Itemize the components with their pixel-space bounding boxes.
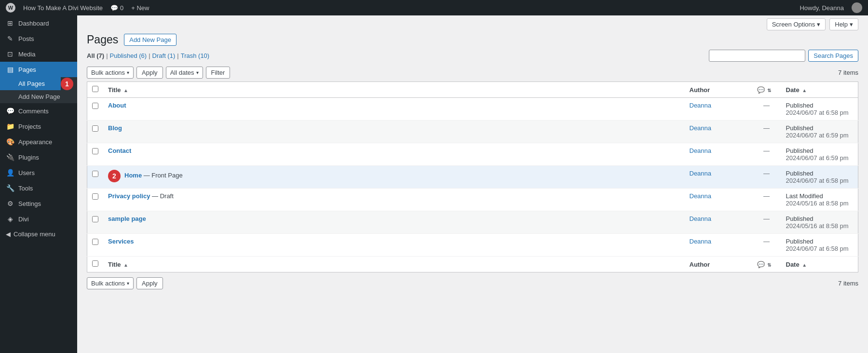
date-value: 2024/05/16 at 8:58 pm [786,222,854,230]
items-count-top: 7 items [838,69,858,76]
new-link[interactable]: + New [131,4,149,12]
bulk-chevron-bottom: ▾ [127,281,129,286]
page-title-link-4[interactable]: Home [124,172,142,179]
page-title-link-2[interactable]: Blog [108,124,122,132]
comments-link[interactable]: 💬 0 [110,4,123,12]
row-checkbox-7[interactable] [92,239,98,245]
select-all-checkbox-top[interactable] [92,86,98,92]
page-title-link-3[interactable]: Contact [108,147,131,154]
sidebar-item-tools[interactable]: 🔧 Tools [0,180,77,196]
search-area: Search Pages [709,50,858,62]
row-checkbox-4[interactable] [92,171,98,177]
author-link-7[interactable]: Deanna [690,238,712,245]
tf-title[interactable]: Title ▲ [103,257,685,272]
filter-published[interactable]: Published (6) [110,52,147,59]
row-comments-cell: — [752,121,781,143]
howdy-text: Howdy, Deanna [800,4,844,12]
sidebar-label-settings: Settings [18,200,41,207]
tf-comments-sort-icon: ⇅ [767,262,771,268]
author-link-5[interactable]: Deanna [690,192,712,200]
row-comments-cell: — [752,189,781,211]
row-date-cell: Published2024/05/16 at 8:58 pm [781,211,858,234]
row-checkbox-cell [87,211,104,234]
screen-options-button[interactable]: Screen Options ▾ [767,18,826,30]
step-badge-1: 1 [61,78,73,90]
row-date-cell: Published2024/06/07 at 6:58 pm [781,166,858,189]
row-comments-cell: — [752,211,781,234]
th-date[interactable]: Date ▲ [781,82,858,98]
row-title-cell: Privacy policy — Draft [103,189,685,211]
sidebar-item-divi[interactable]: ◈ Divi [0,211,77,227]
sidebar-item-media[interactable]: ⊡ Media [0,46,77,62]
avatar[interactable] [852,2,862,13]
filter-all[interactable]: All (7) [87,52,104,59]
all-dates-select[interactable]: All dates ▾ [166,67,203,79]
filter-trash[interactable]: Trash (10) [181,52,210,59]
sidebar-item-pages[interactable]: ▤ Pages [0,62,77,77]
date-value: 2024/06/07 at 6:58 pm [786,245,854,252]
row-comments-cell: — [752,234,781,257]
row-checkbox-1[interactable] [92,103,98,109]
sidebar-sub-add-new-page[interactable]: Add New Page [0,90,77,103]
apply-button-top[interactable]: Apply [136,67,163,79]
page-title-link-6[interactable]: sample page [108,215,146,222]
tf-comments[interactable]: 💬 ⇅ [752,257,781,272]
author-link-4[interactable]: Deanna [690,170,712,177]
add-new-page-button[interactable]: Add New Page [124,34,176,46]
pages-table: Title ▲ Author 💬 ⇅ Date ▲ AboutDeanna—Pu… [87,81,858,272]
search-input[interactable] [709,50,805,62]
bulk-actions-select-bottom[interactable]: Bulk actions ▾ [87,277,134,289]
sidebar-label-appearance: Appearance [18,138,52,146]
tf-date[interactable]: Date ▲ [781,257,858,272]
collapse-icon: ◀ [6,231,11,238]
collapse-menu[interactable]: ◀ Collapse menu [0,227,77,242]
row-checkbox-cell [87,166,104,189]
author-link-2[interactable]: Deanna [690,124,712,132]
sidebar-item-dashboard[interactable]: ⊞ Dashboard [0,15,77,31]
projects-icon: 📁 [6,122,14,130]
items-count-bottom: 7 items [838,280,858,287]
row-checkbox-2[interactable] [92,125,98,132]
row-checkbox-cell [87,189,104,211]
sidebar-item-plugins[interactable]: 🔌 Plugins [0,149,77,165]
search-pages-button[interactable]: Search Pages [808,50,858,62]
apply-button-bottom[interactable]: Apply [136,277,163,289]
main-content: Screen Options ▾ Help ▾ Pages Add New Pa… [77,15,868,353]
row-checkbox-5[interactable] [92,193,98,200]
sidebar: ⊞ Dashboard ✎ Posts ⊡ Media ▤ Pages All … [0,15,77,353]
site-name[interactable]: How To Make A Divi Website [23,4,103,12]
th-comments[interactable]: 💬 ⇅ [752,82,781,98]
bulk-actions-select-top[interactable]: Bulk actions ▾ [87,67,134,79]
row-date-cell: Published2024/06/07 at 6:59 pm [781,121,858,143]
sidebar-label-projects: Projects [18,123,41,130]
row-checkbox-cell [87,143,104,166]
select-all-checkbox-bottom[interactable] [92,260,98,267]
sidebar-item-comments[interactable]: 💬 Comments [0,103,77,119]
page-title-link-7[interactable]: Services [108,238,134,245]
admin-bar: W How To Make A Divi Website 💬 0 + New H… [0,0,868,15]
wp-logo[interactable]: W [6,3,15,13]
page-header: Pages Add New Page [87,33,858,46]
filter-button[interactable]: Filter [206,67,231,79]
sidebar-item-settings[interactable]: ⚙ Settings [0,196,77,211]
author-link-1[interactable]: Deanna [690,102,712,109]
sidebar-item-projects[interactable]: 📁 Projects [0,119,77,134]
sidebar-sub-all-pages[interactable]: All Pages [0,77,61,90]
sidebar-item-users[interactable]: 👤 Users [0,165,77,180]
row-title-cell: Blog [103,121,685,143]
author-link-6[interactable]: Deanna [690,215,712,222]
row-checkbox-3[interactable] [92,148,98,154]
users-icon: 👤 [6,169,14,176]
help-button[interactable]: Help ▾ [829,18,858,30]
page-title-link-5[interactable]: Privacy policy [108,192,150,200]
filter-draft[interactable]: Draft (1) [152,52,176,59]
page-title-link-1[interactable]: About [108,102,126,109]
tf-title-sort-icon: ▲ [123,262,128,268]
th-title[interactable]: Title ▲ [103,82,685,98]
row-checkbox-cell [87,121,104,143]
row-checkbox-6[interactable] [92,216,98,222]
sidebar-item-posts[interactable]: ✎ Posts [0,31,77,46]
sidebar-item-appearance[interactable]: 🎨 Appearance [0,134,77,149]
sidebar-label-media: Media [18,51,35,58]
author-link-3[interactable]: Deanna [690,147,712,154]
